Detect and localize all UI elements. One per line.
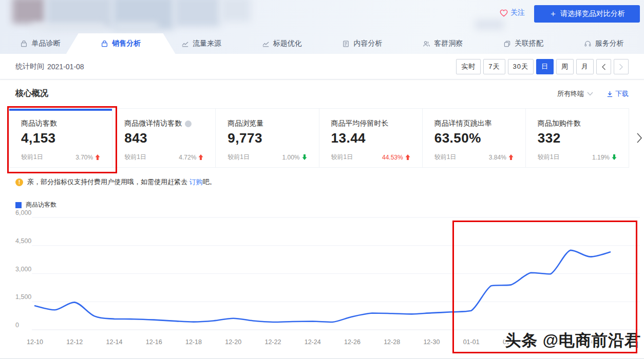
section-title: 核心概况 [15, 88, 48, 99]
tab-服务分析[interactable]: 服务分析 [563, 33, 644, 54]
bag-icon [101, 40, 108, 48]
y-axis-tick: 4,500 [15, 237, 31, 245]
metric-change-pct: 1.00% [282, 154, 299, 161]
chevron-down-icon [587, 92, 593, 96]
watermark-text: 头条 @电商前沿君 [505, 330, 641, 351]
redacted-product-title [221, 0, 251, 22]
terminal-filter-dropdown[interactable]: 所有终端 [557, 89, 593, 98]
headset-icon [584, 40, 592, 48]
paid-feature-notice: ! 亲，部分指标仅支持付费用户使用哦，如需使用赶紧去 订购吧。 [15, 177, 216, 187]
compare-label: 较前1日 [331, 153, 353, 162]
x-axis-tick: 12-20 [225, 338, 241, 346]
metric-card-商品访客数[interactable]: 商品访客数4,153较前1日3.70% [9, 109, 112, 167]
bag-icon [20, 40, 28, 48]
metric-value: 843 [124, 130, 204, 146]
metric-card-商品微详情访客数[interactable]: 商品微详情访客数843较前1日4.72% [112, 109, 216, 167]
module-tab-bar: 单品诊断销售分析流量来源标题优化内容分析客群洞察关联搭配服务分析 [0, 33, 644, 54]
stat-time: 统计时间 2021-01-08 [15, 54, 84, 79]
heart-icon [500, 9, 508, 17]
plus-icon: ＋ [549, 9, 557, 19]
metric-card-商品平均停留时长[interactable]: 商品平均停留时长13.44较前1日44.53% [319, 109, 423, 167]
stat-toolbar: 统计时间 2021-01-08 实时7天30天日周月 [0, 54, 644, 79]
info-icon [185, 121, 192, 127]
x-axis-tick: 12-18 [185, 338, 202, 346]
metric-card-商品详情页跳出率[interactable]: 商品详情页跳出率63.50%较前1日3.84% [423, 109, 526, 167]
follow-button[interactable]: 关注 [500, 8, 525, 17]
tab-销售分析[interactable]: 销售分析 [81, 33, 161, 54]
prev-period-button[interactable] [596, 59, 611, 74]
warning-icon: ! [15, 178, 23, 186]
x-axis-tick: 12-10 [27, 338, 43, 346]
download-icon [607, 91, 613, 97]
compare-label: 较前1日 [228, 153, 250, 162]
metric-label: 商品访客数 [21, 119, 101, 128]
range-button-实时[interactable]: 实时 [456, 59, 481, 74]
x-axis-tick: 12-12 [66, 338, 83, 346]
range-button-日[interactable]: 日 [536, 59, 554, 74]
metric-change-pct: 1.19% [592, 154, 610, 161]
series-line-商品访客数 [35, 250, 610, 322]
x-axis-tick: 12-14 [106, 338, 122, 346]
x-axis-tick: 12-30 [423, 338, 440, 346]
legend-swatch [15, 202, 22, 208]
range-button-30天[interactable]: 30天 [508, 59, 534, 74]
range-button-7天[interactable]: 7天 [483, 59, 505, 74]
range-button-周[interactable]: 周 [556, 59, 574, 74]
select-competitor-compare-button[interactable]: ＋ 请选择竞品对比分析 [534, 5, 640, 23]
metric-value: 63.50% [434, 130, 514, 146]
overview-section-head: 核心概况 所有终端 下载 [0, 80, 644, 107]
trend-up-icon [405, 154, 411, 161]
trend-down-icon [611, 154, 617, 161]
metric-label: 商品浏览量 [228, 119, 307, 128]
stat-time-value: 2021-01-08 [47, 63, 84, 71]
tab-关联搭配[interactable]: 关联搭配 [483, 33, 564, 54]
trend-down-icon [301, 154, 308, 161]
compare-label: 较前1日 [434, 153, 457, 162]
metric-change-pct: 3.70% [75, 154, 93, 161]
trend-up-icon [198, 154, 204, 161]
metric-label: 商品微详情访客数 [124, 119, 204, 128]
y-axis-tick: 6,000 [15, 209, 31, 216]
tab-标题优化[interactable]: 标题优化 [241, 33, 322, 54]
metric-cards-row: 商品访客数4,153较前1日3.70%商品微详情访客数843较前1日4.72%商… [9, 108, 629, 168]
metric-label: 商品详情页跳出率 [434, 119, 514, 128]
x-axis-tick: 12-26 [344, 338, 361, 346]
y-axis-tick: 0 [15, 322, 19, 329]
metric-label: 商品加购件数 [538, 119, 617, 128]
doc-icon [342, 40, 350, 48]
metric-card-商品加购件数[interactable]: 商品加购件数332较前1日1.19% [526, 109, 629, 167]
redacted-product-meta [475, 19, 504, 30]
tab-流量来源[interactable]: 流量来源 [161, 33, 242, 54]
next-period-button[interactable] [614, 59, 629, 74]
cards-more-chevron[interactable] [636, 132, 643, 144]
metric-change-pct: 4.72% [179, 154, 196, 161]
x-axis-tick: 12-16 [146, 338, 162, 346]
x-axis-tick: 12-28 [384, 338, 400, 346]
x-axis-tick: 01-01 [463, 338, 480, 346]
redacted-product-title [175, 0, 220, 27]
metric-card-商品浏览量[interactable]: 商品浏览量9,773较前1日1.00% [216, 109, 319, 167]
trend-up-icon [508, 154, 514, 161]
metric-change-pct: 44.53% [382, 154, 403, 161]
metric-change-pct: 3.84% [489, 154, 506, 161]
top-header: 关注 ＋ 请选择竞品对比分析 单品诊断销售分析流量来源标题优化内容分析客群洞察关… [0, 0, 644, 54]
subscribe-link[interactable]: 订购 [190, 178, 203, 186]
compare-label: 较前1日 [21, 153, 43, 162]
redacted-product-meta [32, 24, 105, 30]
x-axis-tick: 12-22 [264, 338, 281, 346]
product-analytics-page: 关注 ＋ 请选择竞品对比分析 单品诊断销售分析流量来源标题优化内容分析客群洞察关… [0, 0, 644, 359]
y-axis-tick: 1,500 [15, 293, 31, 301]
y-axis-tick: 3,000 [15, 266, 31, 273]
tab-客群洞察[interactable]: 客群洞察 [403, 33, 483, 54]
metric-value: 332 [538, 130, 617, 146]
download-button[interactable]: 下载 [607, 89, 629, 98]
metric-value: 13.44 [331, 130, 411, 146]
trend-icon [181, 40, 189, 48]
redacted-product-image [12, 0, 45, 24]
follow-label: 关注 [510, 8, 525, 17]
x-axis-tick: 12-24 [305, 338, 321, 346]
range-button-月[interactable]: 月 [576, 59, 594, 74]
tab-内容分析[interactable]: 内容分析 [322, 33, 403, 54]
redacted-product-meta [114, 23, 158, 30]
trend-up-icon [94, 154, 101, 161]
